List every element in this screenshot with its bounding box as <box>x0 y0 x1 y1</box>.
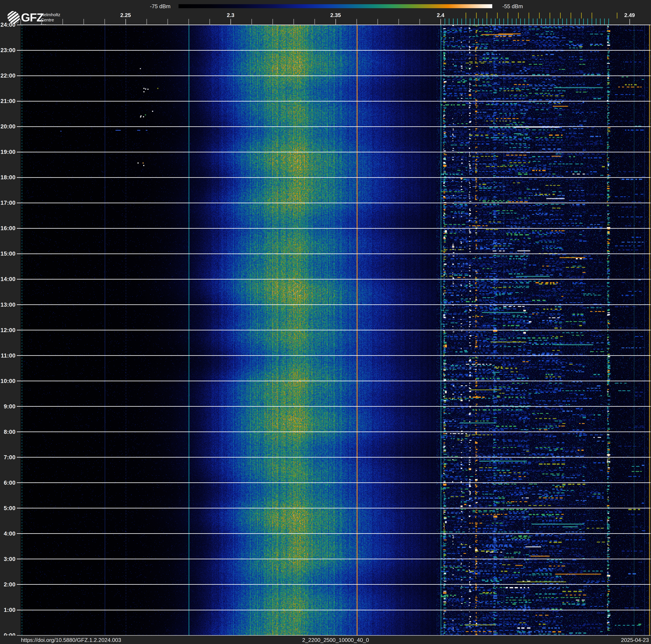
wifi-channel-tick <box>581 12 582 19</box>
freq-minor-tick <box>104 19 105 25</box>
ble-channel-tick <box>558 19 559 25</box>
hour-gridline <box>17 355 651 356</box>
wifi-channel-tick <box>560 12 561 19</box>
wifi-channel-tick <box>617 12 617 19</box>
footer-bar: https://doi.org/10.5880/GFZ.1.2.2024.003… <box>0 636 651 644</box>
wifi-channel-tick <box>497 12 498 19</box>
freq-tick-label: 2.35 <box>330 12 341 19</box>
hour-gridline <box>17 152 651 152</box>
hour-gridline <box>17 279 651 280</box>
ble-channel-tick <box>583 19 584 25</box>
wifi-channel-tick <box>570 12 571 19</box>
freq-minor-tick <box>293 19 294 25</box>
freq-major-tick <box>230 19 231 25</box>
ble-channel-tick <box>507 19 508 25</box>
ble-channel-tick <box>592 19 592 25</box>
ble-channel-tick <box>533 19 533 25</box>
ble-channel-tick <box>604 19 605 25</box>
hour-gridline <box>17 610 651 610</box>
hour-gridline <box>17 254 651 254</box>
hour-gridline <box>17 25 651 25</box>
hour-gridline <box>17 559 651 559</box>
ble-channel-tick <box>470 19 470 25</box>
ble-channel-tick <box>474 19 474 25</box>
wifi-channel-tick <box>529 12 529 19</box>
doi-link[interactable]: https://doi.org/10.5880/GFZ.1.2.2024.003 <box>21 637 121 643</box>
ble-channel-tick <box>499 19 500 25</box>
spectrogram-page: GFZ Helmholtz Centre for Geosciences -75… <box>0 0 651 644</box>
time-tick-label: 16:00 <box>0 225 16 231</box>
ble-channel-tick <box>600 19 600 25</box>
ble-channel-tick <box>529 19 529 25</box>
time-tick-label: 8:00 <box>0 429 16 435</box>
freq-major-tick <box>629 19 630 25</box>
hour-gridline <box>17 50 651 51</box>
hour-gridline <box>17 101 651 101</box>
hour-gridline <box>17 406 651 407</box>
hour-gridline <box>17 177 651 178</box>
hour-gridline <box>17 533 651 534</box>
freq-major-tick <box>440 19 441 25</box>
ble-channel-tick <box>495 19 496 25</box>
ble-channel-tick <box>575 19 576 25</box>
ble-channel-tick <box>512 19 513 25</box>
hour-gridline <box>17 432 651 432</box>
colorbar-gradient <box>179 4 492 8</box>
time-tick-label: 21:00 <box>0 98 16 104</box>
wifi-channel-tick <box>507 12 508 19</box>
ble-channel-tick <box>487 19 487 25</box>
freq-tick-label: 2.49 <box>624 12 635 19</box>
time-tick-label: 22:00 <box>0 72 16 79</box>
freq-minor-tick <box>356 19 357 25</box>
time-tick-label: 5:00 <box>0 505 16 511</box>
ble-channel-tick <box>516 19 517 25</box>
hour-gridline <box>17 508 651 508</box>
time-tick-label: 11:00 <box>0 352 16 359</box>
hour-gridline <box>17 304 651 305</box>
wifi-channel-tick <box>487 12 487 19</box>
ble-channel-tick <box>570 19 571 25</box>
freq-minor-tick <box>20 19 21 25</box>
ble-channel-tick <box>550 19 550 25</box>
time-tick-label: 13:00 <box>0 302 16 308</box>
dataset-id-label: 2_2200_2500_10000_40_0 <box>302 637 369 643</box>
time-tick-label: 19:00 <box>0 149 16 155</box>
ble-channel-tick <box>587 19 588 25</box>
freq-minor-tick <box>314 19 315 25</box>
ble-channel-tick <box>491 19 491 25</box>
ble-channel-tick <box>449 19 450 25</box>
freq-tick-label: 2.3 <box>227 12 235 19</box>
wifi-channel-tick <box>592 12 592 19</box>
ble-channel-tick <box>457 19 458 25</box>
ble-channel-tick <box>554 19 554 25</box>
ble-channel-tick <box>444 19 445 25</box>
hour-gridline <box>17 228 651 229</box>
freq-minor-tick <box>41 19 42 25</box>
freq-minor-tick <box>272 19 273 25</box>
time-tick-label: 9:00 <box>0 403 16 410</box>
time-tick-label: 18:00 <box>0 174 16 180</box>
freq-minor-tick <box>188 19 189 25</box>
time-tick-label: 15:00 <box>0 251 16 257</box>
freq-minor-tick <box>209 19 210 25</box>
freq-tick-label: 2.25 <box>120 12 131 19</box>
time-tick-label: 7:00 <box>0 454 16 461</box>
wifi-channel-tick <box>550 12 550 19</box>
ble-channel-tick <box>562 19 563 25</box>
time-tick-label: 1:00 <box>0 607 16 613</box>
time-tick-label: 4:00 <box>0 530 16 537</box>
ble-channel-tick <box>483 19 483 25</box>
hour-gridline <box>17 457 651 458</box>
time-tick-label: 17:00 <box>0 200 16 206</box>
wifi-channel-tick <box>476 12 477 19</box>
ble-channel-tick <box>608 19 609 25</box>
hour-gridline <box>17 76 651 76</box>
ble-channel-tick <box>478 19 479 25</box>
freq-major-tick <box>125 19 126 25</box>
ble-channel-tick <box>541 19 542 25</box>
freq-major-tick <box>335 19 336 25</box>
hour-gridline <box>17 126 651 127</box>
freq-minor-tick <box>377 19 378 25</box>
time-tick-label: 12:00 <box>0 327 16 333</box>
logo-brand-text: GFZ <box>21 10 43 24</box>
